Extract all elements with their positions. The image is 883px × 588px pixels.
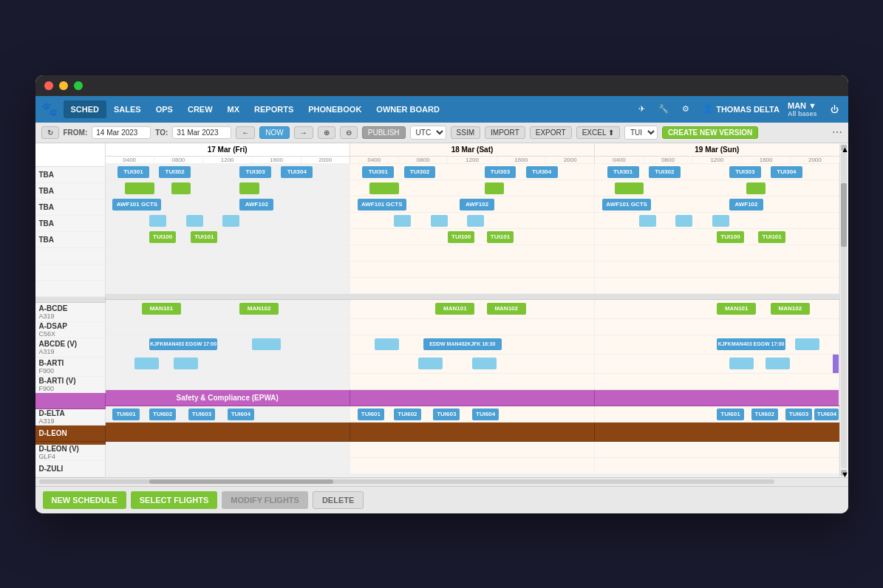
refresh-button[interactable]: ↻ [41,126,59,139]
flight-awf102-sat[interactable]: AWF102 [460,199,494,211]
nav-left-button[interactable]: ← [236,126,255,139]
flight-awf101-sun[interactable]: AWF101 GCTS [602,199,651,211]
flight-tui302-sun[interactable]: TUI302 [649,166,681,178]
barti-lb-fri1[interactable] [134,358,159,369]
from-date-input[interactable] [92,126,151,139]
nav-phonebook[interactable]: PHONEBOOK [301,100,369,118]
flight-tui101-sat[interactable]: TUI101 [487,231,514,243]
flight-man102-sat[interactable]: MAN102 [487,303,526,315]
h-scroll-thumb[interactable] [149,479,333,484]
zoom-in-button[interactable]: ⊕ [318,126,335,139]
settings-icon[interactable]: ⚙ [678,102,693,116]
modify-flights-button[interactable]: MODIFY FLIGHTS [222,491,308,509]
flight-tui303-sat[interactable]: TUI303 [485,166,516,178]
flight-tui301-sun[interactable]: TUI301 [607,166,639,178]
flight-tui603-fri[interactable]: TUI603 [188,408,215,420]
flight-tui601-sun[interactable]: TUI601 [717,408,743,420]
flight-tui303-sun[interactable]: TUI303 [729,166,761,178]
flight-tui101-fri[interactable]: TUI101 [191,231,217,243]
flight-tui604-sat[interactable]: TUI604 [472,408,499,420]
select-flights-button[interactable]: SELECT FLIGHTS [131,491,218,509]
barti-lb-sun2[interactable] [766,358,790,369]
lb-sun3[interactable] [712,215,729,227]
nav-right-button[interactable]: → [294,126,313,139]
flight-tui601-fri[interactable]: TUI601 [112,408,139,420]
green-block-fri2[interactable] [171,182,191,194]
flight-tui301-sat[interactable]: TUI301 [362,166,394,178]
lb-fri1[interactable] [149,215,166,227]
flight-awf102-sun[interactable]: AWF102 [729,199,763,211]
flight-man102-fri[interactable]: MAN102 [239,303,279,315]
zoom-out-button[interactable]: ⊖ [340,126,358,139]
flight-man101-fri[interactable]: MAN101 [142,303,181,315]
flight-tui100-sun[interactable]: TUI100 [717,231,743,243]
export-button[interactable]: EXPORT [530,126,572,139]
green-block-sun2[interactable] [746,182,766,194]
flight-tui603-sun[interactable]: TUI603 [785,408,812,420]
maximize-dot[interactable] [74,81,83,90]
vertical-scrollbar[interactable]: ▲ ▼ [839,143,848,477]
lb-fri3[interactable] [222,215,239,227]
flight-tui603-sat[interactable]: TUI603 [433,408,460,420]
close-dot[interactable] [44,81,53,90]
barti-lb-sat2[interactable] [472,358,497,369]
lb-sun2[interactable] [675,215,692,227]
green-block-fri3[interactable] [239,182,259,194]
nav-sales[interactable]: SALES [106,100,149,118]
schedule-area[interactable]: 17 Mar (Fri) 18 Mar (Sat) 19 Mar (Sun) 0… [106,143,839,477]
scroll-up-button[interactable]: ▲ [841,145,847,151]
lb-sat1[interactable] [394,215,411,227]
flight-tui301-fri[interactable]: TUI301 [117,166,149,178]
flight-man101-sat[interactable]: MAN101 [435,303,474,315]
flight-tui604-sun[interactable]: TUI604 [814,408,839,420]
import-button[interactable]: IMPORT [485,126,525,139]
flight-tui304-sat[interactable]: TUI304 [526,166,558,178]
airline-select[interactable]: TUI [624,126,658,140]
flight-eddw-sat[interactable]: EDDW MAN402KJFK 16:30 [423,338,502,350]
to-date-input[interactable] [172,126,231,139]
excel-button[interactable]: EXCEL ⬆ [576,126,620,139]
flight-tui302-fri[interactable]: TUI302 [159,166,191,178]
nav-reports[interactable]: REPORTS [247,100,301,118]
flight-awf102-fri[interactable]: AWF102 [239,199,273,211]
flight-awf101-sat[interactable]: AWF101 GCTS [358,199,406,211]
power-icon[interactable]: ⏻ [827,103,842,116]
flight-tui602-fri[interactable]: TUI602 [149,408,176,420]
green-block-sat2[interactable] [485,182,504,194]
lb-sun1[interactable] [639,215,656,227]
lb-abcde-fri[interactable] [252,338,282,350]
flight-tui304-fri[interactable]: TUI304 [281,166,313,178]
flight-tui302-sat[interactable]: TUI302 [404,166,436,178]
barti-lb-fri2[interactable] [174,358,198,369]
ssim-button[interactable]: SSIM [451,126,480,139]
now-button[interactable]: NOW [259,126,289,139]
delete-button[interactable]: DELETE [313,491,364,509]
scroll-down-button[interactable]: ▼ [841,470,847,476]
flight-tui101-sun[interactable]: TUI101 [758,231,785,243]
flight-kjfk-fri[interactable]: KJFKMAN403 EGGW 17:00 [149,338,217,350]
flight-tui303-fri[interactable]: TUI303 [239,166,271,178]
flight-man101-sun[interactable]: MAN101 [717,303,756,315]
more-options-icon[interactable]: ⋯ [832,126,842,138]
flight-tui304-sun[interactable]: TUI304 [771,166,802,178]
timezone-select[interactable]: UTC [410,126,446,140]
barti-lb-sun1[interactable] [729,358,754,369]
nav-sched[interactable]: SCHED [64,100,107,118]
horizontal-scrollbar[interactable] [35,477,848,486]
lb-fri2[interactable] [186,215,203,227]
tools-icon[interactable]: 🔧 [655,102,672,116]
flight-tui601-sat[interactable]: TUI601 [358,408,384,420]
lb-sat2[interactable] [431,215,448,227]
flight-man102-sun[interactable]: MAN102 [771,303,810,315]
green-block-sat1[interactable] [369,182,399,194]
barti-lb-sat1[interactable] [418,358,443,369]
nav-ops[interactable]: OPS [149,100,180,118]
publish-button[interactable]: PUBLISH [362,126,406,139]
new-schedule-button[interactable]: NEW SCHEDULE [43,491,126,509]
user-dropdown[interactable]: MAN ▼ All bases [788,101,817,117]
flight-tui604-fri[interactable]: TUI604 [228,408,254,420]
create-new-button[interactable]: CREATE NEW VERSION [662,126,758,139]
lb-abcde-sun[interactable] [795,338,819,350]
flight-tui602-sun[interactable]: TUI602 [751,408,778,420]
flight-kjfk-sun[interactable]: KJFKMAN403 EGGW 17:00 [717,338,785,350]
